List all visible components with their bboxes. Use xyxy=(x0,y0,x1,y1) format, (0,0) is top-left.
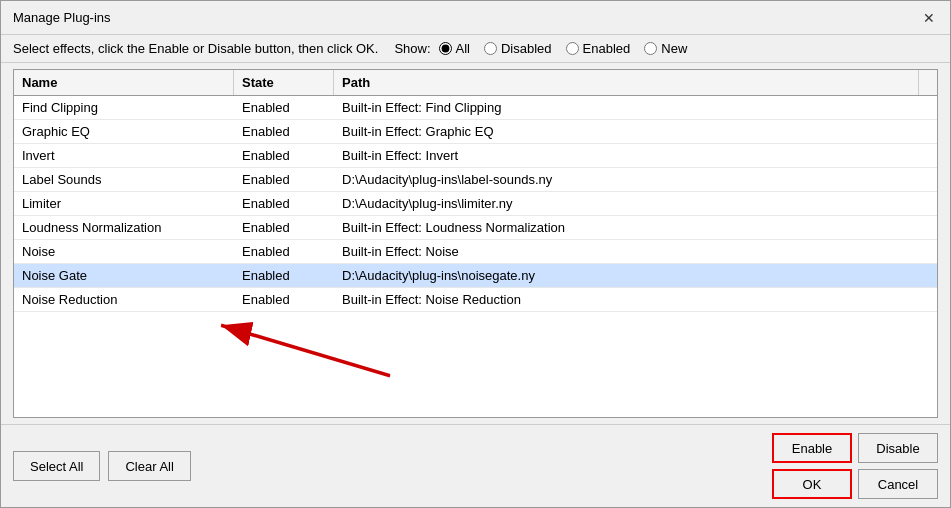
cell-path: Built-in Effect: Noise Reduction xyxy=(334,288,937,311)
col-header-scroll xyxy=(919,70,937,95)
dialog-title: Manage Plug-ins xyxy=(13,10,111,25)
radio-all-input[interactable] xyxy=(439,42,452,55)
table-row[interactable]: Graphic EQEnabledBuilt-in Effect: Graphi… xyxy=(14,120,937,144)
cell-state: Enabled xyxy=(234,96,334,119)
cell-name: Loudness Normalization xyxy=(14,216,234,239)
table-wrapper: Name State Path Find ClippingEnabledBuil… xyxy=(1,63,950,424)
table-row[interactable]: LimiterEnabledD:\Audacity\plug-ins\limit… xyxy=(14,192,937,216)
show-label: Show: xyxy=(394,41,430,56)
col-header-state: State xyxy=(234,70,334,95)
cell-name: Noise Reduction xyxy=(14,288,234,311)
cell-path: Built-in Effect: Graphic EQ xyxy=(334,120,937,143)
col-header-name: Name xyxy=(14,70,234,95)
cell-path: Built-in Effect: Find Clipping xyxy=(334,96,937,119)
radio-enabled[interactable]: Enabled xyxy=(566,41,631,56)
radio-new[interactable]: New xyxy=(644,41,687,56)
toolbar-description: Select effects, click the Enable or Disa… xyxy=(13,41,378,56)
radio-disabled-label: Disabled xyxy=(501,41,552,56)
cell-path: Built-in Effect: Invert xyxy=(334,144,937,167)
select-all-button[interactable]: Select All xyxy=(13,451,100,481)
radio-all[interactable]: All xyxy=(439,41,470,56)
cell-state: Enabled xyxy=(234,240,334,263)
cell-name: Label Sounds xyxy=(14,168,234,191)
table-body[interactable]: Find ClippingEnabledBuilt-in Effect: Fin… xyxy=(14,96,937,417)
cell-name: Graphic EQ xyxy=(14,120,234,143)
table-row[interactable]: Noise GateEnabledD:\Audacity\plug-ins\no… xyxy=(14,264,937,288)
radio-disabled-input[interactable] xyxy=(484,42,497,55)
cell-state: Enabled xyxy=(234,288,334,311)
enable-disable-row: Enable Disable xyxy=(772,433,938,463)
cell-path: Built-in Effect: Noise xyxy=(334,240,937,263)
enable-button[interactable]: Enable xyxy=(772,433,852,463)
cell-name: Noise Gate xyxy=(14,264,234,287)
title-bar: Manage Plug-ins ✕ xyxy=(1,1,950,35)
table-row[interactable]: Loudness NormalizationEnabledBuilt-in Ef… xyxy=(14,216,937,240)
radio-disabled[interactable]: Disabled xyxy=(484,41,552,56)
cell-state: Enabled xyxy=(234,168,334,191)
ok-button[interactable]: OK xyxy=(772,469,852,499)
cell-name: Limiter xyxy=(14,192,234,215)
cell-state: Enabled xyxy=(234,216,334,239)
cell-name: Find Clipping xyxy=(14,96,234,119)
cell-path: D:\Audacity\plug-ins\label-sounds.ny xyxy=(334,168,937,191)
cell-name: Invert xyxy=(14,144,234,167)
table-row[interactable]: InvertEnabledBuilt-in Effect: Invert xyxy=(14,144,937,168)
cell-state: Enabled xyxy=(234,144,334,167)
cell-state: Enabled xyxy=(234,120,334,143)
cell-name: Noise xyxy=(14,240,234,263)
cell-path: Built-in Effect: Loudness Normalization xyxy=(334,216,937,239)
ok-cancel-row: OK Cancel xyxy=(772,469,938,499)
table-row[interactable]: Label SoundsEnabledD:\Audacity\plug-ins\… xyxy=(14,168,937,192)
bottom-bar: Select All Clear All Enable Disable OK C… xyxy=(1,424,950,507)
table-header: Name State Path xyxy=(14,70,937,96)
right-buttons: Enable Disable OK Cancel xyxy=(772,433,938,499)
radio-enabled-label: Enabled xyxy=(583,41,631,56)
radio-all-label: All xyxy=(456,41,470,56)
table-row[interactable]: Find ClippingEnabledBuilt-in Effect: Fin… xyxy=(14,96,937,120)
cell-state: Enabled xyxy=(234,192,334,215)
radio-enabled-input[interactable] xyxy=(566,42,579,55)
clear-all-button[interactable]: Clear All xyxy=(108,451,190,481)
plugin-table: Name State Path Find ClippingEnabledBuil… xyxy=(13,69,938,418)
cell-state: Enabled xyxy=(234,264,334,287)
cell-path: D:\Audacity\plug-ins\limiter.ny xyxy=(334,192,937,215)
close-button[interactable]: ✕ xyxy=(918,7,940,29)
disable-button[interactable]: Disable xyxy=(858,433,938,463)
col-header-path: Path xyxy=(334,70,919,95)
table-row[interactable]: Noise ReductionEnabledBuilt-in Effect: N… xyxy=(14,288,937,312)
radio-new-label: New xyxy=(661,41,687,56)
table-row[interactable]: NoiseEnabledBuilt-in Effect: Noise xyxy=(14,240,937,264)
toolbar: Select effects, click the Enable or Disa… xyxy=(1,35,950,63)
manage-plugins-dialog: Manage Plug-ins ✕ Select effects, click … xyxy=(0,0,951,508)
cancel-button[interactable]: Cancel xyxy=(858,469,938,499)
radio-new-input[interactable] xyxy=(644,42,657,55)
show-radio-group: All Disabled Enabled New xyxy=(439,41,688,56)
cell-path: D:\Audacity\plug-ins\noisegate.ny xyxy=(334,264,937,287)
